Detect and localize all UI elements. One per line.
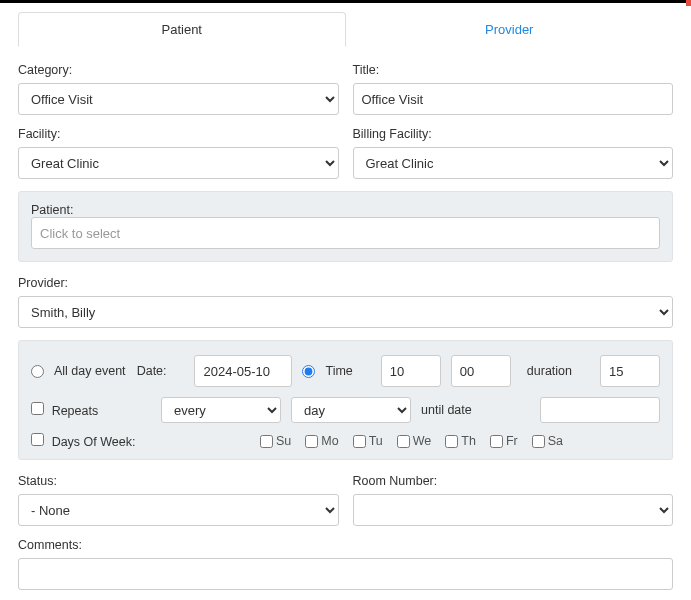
- repeat-frequency-select[interactable]: every: [161, 397, 281, 423]
- comments-input[interactable]: [18, 558, 673, 590]
- duration-input[interactable]: [600, 355, 660, 387]
- time-minute-input[interactable]: [451, 355, 511, 387]
- day-su-checkbox[interactable]: [260, 435, 273, 448]
- day-we-checkbox[interactable]: [397, 435, 410, 448]
- timing-panel: All day event Date: Time duration: [18, 340, 673, 460]
- room-number-select[interactable]: [353, 494, 674, 526]
- time-hour-input[interactable]: [381, 355, 441, 387]
- label-title: Title:: [353, 63, 674, 77]
- day-tu-checkbox[interactable]: [353, 435, 366, 448]
- repeats-checkbox[interactable]: [31, 402, 44, 415]
- tab-bar: Patient Provider: [18, 11, 673, 47]
- tab-patient[interactable]: Patient: [18, 12, 346, 47]
- label-provider: Provider:: [18, 276, 673, 290]
- label-patient: Patient:: [31, 203, 73, 217]
- form-container: Patient Provider Category: Office Visit …: [0, 3, 691, 600]
- label-category: Category:: [18, 63, 339, 77]
- date-input[interactable]: [194, 355, 292, 387]
- day-mo-checkbox[interactable]: [305, 435, 318, 448]
- day-th-label: Th: [461, 434, 476, 448]
- billing-facility-select[interactable]: Great Clinic: [353, 147, 674, 179]
- days-of-week-checkbox[interactable]: [31, 433, 44, 446]
- day-fr-label: Fr: [506, 434, 518, 448]
- provider-select[interactable]: Smith, Billy: [18, 296, 673, 328]
- label-billing-facility: Billing Facility:: [353, 127, 674, 141]
- facility-select[interactable]: Great Clinic: [18, 147, 339, 179]
- label-facility: Facility:: [18, 127, 339, 141]
- status-select[interactable]: - None: [18, 494, 339, 526]
- day-sa-checkbox[interactable]: [532, 435, 545, 448]
- label-all-day: All day event: [54, 364, 126, 378]
- tab-provider[interactable]: Provider: [346, 12, 674, 47]
- label-date: Date:: [137, 364, 167, 378]
- all-day-radio[interactable]: [31, 365, 44, 378]
- day-sa-label: Sa: [548, 434, 563, 448]
- label-status: Status:: [18, 474, 339, 488]
- window-top-border: [0, 0, 691, 3]
- day-mo-label: Mo: [321, 434, 338, 448]
- label-repeats: Repeats: [52, 404, 99, 418]
- label-until-date: until date: [421, 403, 472, 417]
- patient-panel: Patient:: [18, 191, 673, 262]
- time-radio[interactable]: [302, 365, 315, 378]
- day-fr-checkbox[interactable]: [490, 435, 503, 448]
- label-duration: duration: [527, 364, 572, 378]
- until-date-input: [540, 397, 660, 423]
- day-su-label: Su: [276, 434, 291, 448]
- category-select[interactable]: Office Visit: [18, 83, 339, 115]
- label-comments: Comments:: [18, 538, 673, 552]
- day-tu-label: Tu: [369, 434, 383, 448]
- day-th-checkbox[interactable]: [445, 435, 458, 448]
- label-time: Time: [325, 364, 352, 378]
- repeat-unit-select[interactable]: day: [291, 397, 411, 423]
- patient-input[interactable]: [31, 217, 660, 249]
- day-we-label: We: [413, 434, 432, 448]
- label-days-of-week: Days Of Week:: [52, 435, 136, 449]
- label-room-number: Room Number:: [353, 474, 674, 488]
- title-input[interactable]: [353, 83, 674, 115]
